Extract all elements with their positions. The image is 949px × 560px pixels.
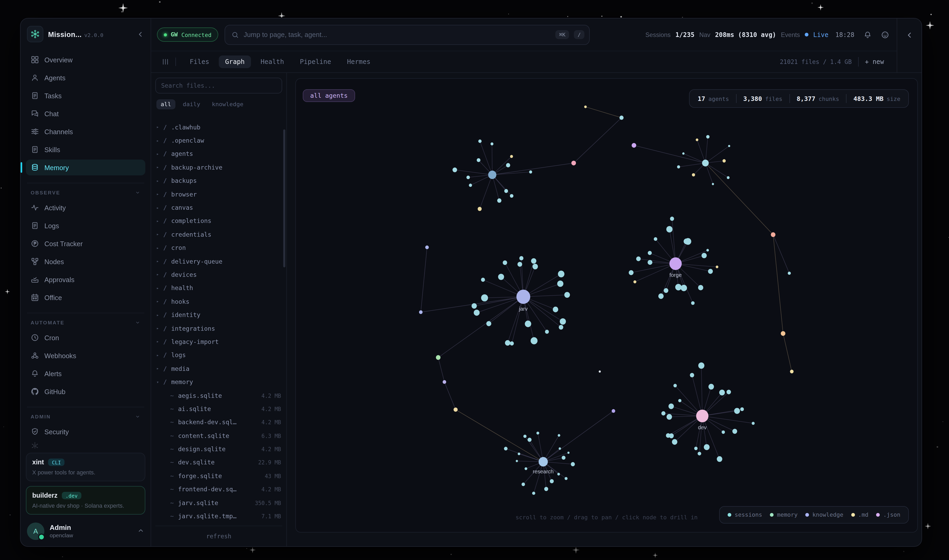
- sidebar-item-channels[interactable]: Channels: [26, 124, 145, 140]
- graph-node[interactable]: [571, 161, 576, 165]
- promo-card-xint[interactable]: xint CLI X power tools for agents.: [26, 453, 145, 481]
- graph-hub-jarv[interactable]: [517, 289, 530, 304]
- tree-dir-browser[interactable]: ▸/browser: [156, 188, 281, 201]
- tree-dir-legacy-import[interactable]: ▸/legacy-import: [156, 335, 281, 349]
- tree-dir-agents[interactable]: ▸/agents: [156, 148, 281, 161]
- graph-node[interactable]: [790, 370, 794, 374]
- graph-node[interactable]: [788, 272, 791, 275]
- sidebar-item-partial[interactable]: [26, 442, 145, 449]
- agent-graph[interactable]: jarvforgedevresearch: [296, 79, 917, 532]
- sidebar-item-webhooks[interactable]: Webhooks: [26, 348, 145, 363]
- tree-dir-openclaw[interactable]: ▸/.openclaw: [156, 134, 281, 148]
- sidebar-item-office[interactable]: Office: [26, 289, 145, 305]
- tab-pipeline[interactable]: Pipeline: [294, 55, 337, 68]
- tree-file-aegis-sqlite[interactable]: ~aegis.sqlite4.2 MB: [156, 389, 281, 402]
- tree-dir-media[interactable]: ▸/media: [156, 362, 281, 375]
- graph-node[interactable]: [419, 310, 423, 314]
- sidebar-item-skills[interactable]: Skills: [26, 142, 145, 157]
- feedback-smiley-button[interactable]: [881, 30, 889, 39]
- agents-filter-chip[interactable]: all agents: [303, 89, 355, 102]
- user-menu[interactable]: A Admin openclaw: [26, 522, 145, 540]
- filetree-search-input[interactable]: Search files...: [155, 78, 282, 94]
- tree-dir-delivery-queue[interactable]: ▸/delivery-queue: [156, 255, 281, 268]
- legend-label: knowledge: [812, 511, 843, 518]
- tree-file-frontend-dev-sq[interactable]: ~frontend-dev.sq…4.2 MB: [156, 483, 281, 496]
- sidebar-item-tasks[interactable]: Tasks: [26, 88, 145, 103]
- graph-hub-cluster[interactable]: [702, 160, 709, 166]
- tree-dir-clawhub[interactable]: ▸/.clawhub: [156, 120, 281, 134]
- graph-node[interactable]: [620, 116, 624, 120]
- graph-node[interactable]: [771, 232, 775, 237]
- sidebar-item-activity[interactable]: Activity: [26, 200, 145, 215]
- sidebar-collapse-button[interactable]: [137, 30, 144, 38]
- tree-dir-backup-archive[interactable]: ▸/backup-archive: [156, 161, 281, 174]
- graph-hub-research[interactable]: [539, 457, 548, 466]
- sidebar-section-observe[interactable]: OBSERVE: [27, 183, 144, 195]
- tree-file-design-sqlite[interactable]: ~design.sqlite4.2 MB: [156, 442, 281, 456]
- tab-files[interactable]: Files: [183, 55, 215, 68]
- tree-dir-health[interactable]: ▸/health: [156, 282, 281, 295]
- tree-file-forge-sqlite[interactable]: ~forge.sqlite43 MB: [156, 469, 281, 483]
- filter-chip-all[interactable]: all: [156, 99, 175, 109]
- graph-node[interactable]: [436, 355, 440, 360]
- sidebar-item-cost-tracker[interactable]: Cost Tracker: [26, 235, 145, 251]
- sidebar-section-automate[interactable]: AUTOMATE: [27, 313, 144, 325]
- tree-file-backend-dev-sql[interactable]: ~backend-dev.sql…4.2 MB: [156, 415, 281, 429]
- tree-dir-identity[interactable]: ▸/identity: [156, 308, 281, 322]
- filter-chip-knowledge[interactable]: knowledge: [208, 99, 248, 109]
- graph-node[interactable]: [454, 408, 458, 412]
- graph-node[interactable]: [443, 380, 446, 384]
- sidebar-item-logs[interactable]: Logs: [26, 218, 145, 234]
- graph-node[interactable]: [612, 409, 615, 413]
- tree-dir-memory[interactable]: ▾/memory: [156, 375, 281, 389]
- graph-hub-dev[interactable]: [696, 410, 709, 422]
- global-search-input[interactable]: Jump to page, task, agent... ⌘K /: [225, 25, 590, 45]
- graph-hub-cluster[interactable]: [488, 171, 497, 179]
- sidebar-item-label: Cron: [45, 334, 59, 342]
- promo-card-builderz[interactable]: builderz .dev AI-native dev shop · Solan…: [26, 486, 145, 515]
- tree-file-jarv-sqlite[interactable]: ~jarv.sqlite350.5 MB: [156, 496, 281, 509]
- tree-dir-completions[interactable]: ▸/completions: [156, 214, 281, 228]
- tree-dir-hooks[interactable]: ▸/hooks: [156, 295, 281, 308]
- tab-health[interactable]: Health: [254, 55, 290, 68]
- graph-node[interactable]: [632, 143, 636, 148]
- sidebar-item-chat[interactable]: Chat: [26, 106, 145, 122]
- graph-node[interactable]: [584, 105, 587, 108]
- sidebar-item-agents[interactable]: Agents: [26, 70, 145, 86]
- tree-file-ai-sqlite[interactable]: ~ai.sqlite4.2 MB: [156, 402, 281, 415]
- filter-chip-daily[interactable]: daily: [178, 99, 205, 109]
- tree-file-jarv-sqlite-tmp[interactable]: ~jarv.sqlite.tmp…7.1 MB: [156, 509, 281, 523]
- sidebar-item-alerts[interactable]: Alerts: [26, 366, 145, 382]
- tab-hermes[interactable]: Hermes: [341, 55, 377, 68]
- sidebar-item-nodes[interactable]: Nodes: [26, 254, 145, 269]
- tree-dir-logs[interactable]: ▸/logs: [156, 348, 281, 362]
- sidebar-item-github[interactable]: GitHub: [26, 383, 145, 399]
- tree-dir-devices[interactable]: ▸/devices: [156, 268, 281, 282]
- gateway-status-badge[interactable]: GW Connected: [157, 28, 218, 42]
- tree-dir-canvas[interactable]: ▸/canvas: [156, 201, 281, 214]
- sidebar-section-admin[interactable]: ADMIN: [27, 407, 144, 420]
- tree-dir-credentials[interactable]: ▸/credentials: [156, 228, 281, 241]
- tree-file-dev-sqlite[interactable]: ~dev.sqlite22.9 MB: [156, 456, 281, 469]
- refresh-button[interactable]: refresh: [155, 526, 282, 546]
- tree-dir-cron[interactable]: ▸/cron: [156, 241, 281, 255]
- tree-dir-backups[interactable]: ▸/backups: [156, 174, 281, 188]
- sidebar-item-approvals[interactable]: Approvals: [26, 272, 145, 288]
- tab-graph[interactable]: Graph: [219, 55, 251, 68]
- filetree-scrollbar[interactable]: [283, 129, 285, 267]
- right-panel-collapse[interactable]: [897, 18, 921, 72]
- tree-dir-integrations[interactable]: ▸/integrations: [156, 322, 281, 335]
- tree-file-content-sqlite[interactable]: ~content.sqlite6.3 MB: [156, 429, 281, 442]
- columns-icon[interactable]: [162, 58, 169, 66]
- notifications-bell-button[interactable]: [863, 30, 872, 39]
- graph-canvas[interactable]: jarvforgedevresearch all agents 17agents…: [295, 78, 918, 532]
- graph-node[interactable]: [425, 245, 429, 249]
- sidebar-item-memory[interactable]: Memory: [26, 160, 145, 175]
- sidebar-item-overview[interactable]: Overview: [26, 52, 145, 68]
- graph-node[interactable]: [781, 331, 785, 336]
- sidebar-item-security[interactable]: Security: [26, 424, 145, 440]
- graph-node[interactable]: [599, 371, 601, 373]
- new-button[interactable]: + new: [865, 58, 884, 66]
- sidebar-item-cron[interactable]: Cron: [26, 330, 145, 346]
- graph-hub-forge[interactable]: [669, 257, 682, 270]
